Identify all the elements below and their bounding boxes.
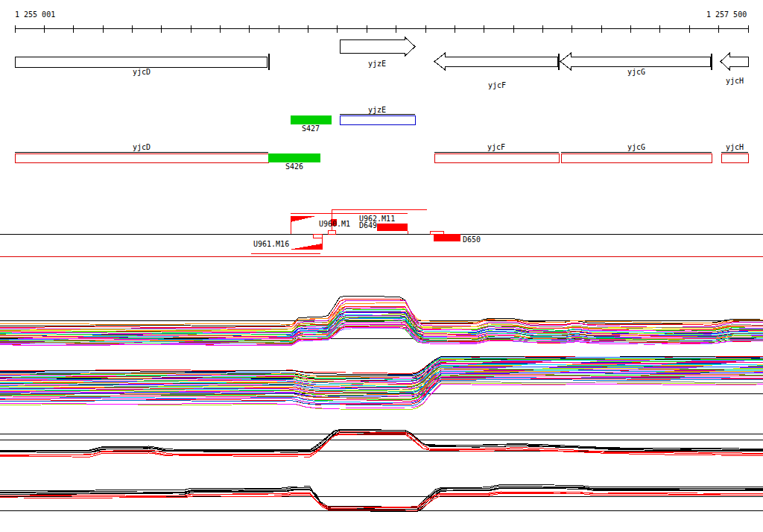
- shift-outline-rect-D650[interactable]: [430, 231, 443, 234]
- shift-ramp-U961.M16[interactable]: [289, 244, 322, 250]
- shift-ramp-U960.M1[interactable]: [291, 216, 316, 222]
- gene-label-yjcD[interactable]: yjcD: [133, 69, 151, 76]
- feature-box-yjcD[interactable]: [15, 153, 268, 162]
- feature-S426[interactable]: [268, 153, 320, 162]
- feature-label-yjcF[interactable]: yjcF: [487, 144, 505, 151]
- shift-label-U961.M16[interactable]: U961.M16: [253, 241, 289, 248]
- feature-label-yjcG[interactable]: yjcG: [627, 144, 645, 151]
- gene-arrow-yjzE[interactable]: [340, 37, 415, 57]
- feature-box-S426[interactable]: [268, 153, 320, 162]
- shift-outline-rect-U961.M16[interactable]: [313, 234, 322, 238]
- gene-arrow-yjcH[interactable]: [721, 54, 748, 70]
- shift-fill-rect-D649[interactable]: [377, 224, 408, 231]
- feature-box-yjzE[interactable]: [340, 115, 415, 124]
- browser-graphics: [0, 0, 763, 532]
- feature-box-S427[interactable]: [291, 115, 332, 124]
- gene-label-yjcF[interactable]: yjcF: [488, 82, 506, 89]
- gene-arrow-shape-yjzE[interactable]: [340, 37, 415, 57]
- shift-mark-D649[interactable]: [377, 224, 408, 234]
- gene-label-yjcG[interactable]: yjcG: [627, 69, 645, 76]
- profile-line: [0, 434, 763, 455]
- expression-panel-1: [0, 296, 763, 346]
- genomic-ruler: [15, 25, 748, 33]
- gene-arrow-shape-yjcF[interactable]: [434, 54, 557, 70]
- shift-mark-D650[interactable]: [430, 231, 460, 241]
- feature-yjcF[interactable]: [434, 152, 559, 162]
- shift-fill-rect-D650[interactable]: [434, 234, 460, 241]
- feature-label-yjzE[interactable]: yjzE: [368, 107, 386, 114]
- gene-label-yjzE[interactable]: yjzE: [368, 60, 386, 68]
- shift-mark-U960.M1[interactable]: [291, 216, 316, 234]
- shift-mark-U961.M16[interactable]: [289, 234, 322, 250]
- gene-box-yjcD[interactable]: [15, 57, 267, 67]
- profile-line: [0, 493, 763, 508]
- gene-label-yjcH[interactable]: yjcH: [726, 77, 744, 85]
- profile-line: [0, 434, 763, 457]
- expression-panel-3: [0, 430, 763, 457]
- shift-outline-rect-U962.M11[interactable]: [328, 230, 335, 234]
- feature-label-S426[interactable]: S426: [285, 163, 303, 171]
- feature-yjcG[interactable]: [561, 152, 712, 162]
- gene-arrow-yjcF[interactable]: [434, 54, 559, 70]
- feature-box-yjcH[interactable]: [721, 153, 748, 162]
- genome-browser-view: 1 255 001 1 257 500 yjcDyjzEyjcFyjcGyjcH…: [0, 0, 763, 532]
- shift-label-D650[interactable]: D650: [463, 236, 481, 244]
- gene-arrow-shape-yjcH[interactable]: [721, 54, 748, 70]
- expression-panel-4: [0, 485, 763, 512]
- shift-label-U960.M1[interactable]: U960.M1: [319, 221, 350, 228]
- profile-line: [0, 432, 763, 455]
- feature-yjcH[interactable]: [721, 152, 748, 162]
- feature-yjzE[interactable]: [340, 114, 415, 124]
- feature-box-yjcF[interactable]: [434, 153, 559, 162]
- shift-label-D649[interactable]: D649: [359, 222, 377, 229]
- feature-yjcD[interactable]: [15, 152, 268, 162]
- feature-box-yjcG[interactable]: [561, 153, 712, 162]
- expression-panel-2: [0, 356, 763, 410]
- feature-label-S427[interactable]: S427: [302, 125, 320, 133]
- feature-label-yjcH[interactable]: yjcH: [726, 144, 744, 151]
- feature-S427[interactable]: [291, 115, 332, 124]
- feature-label-yjcD[interactable]: yjcD: [133, 144, 151, 151]
